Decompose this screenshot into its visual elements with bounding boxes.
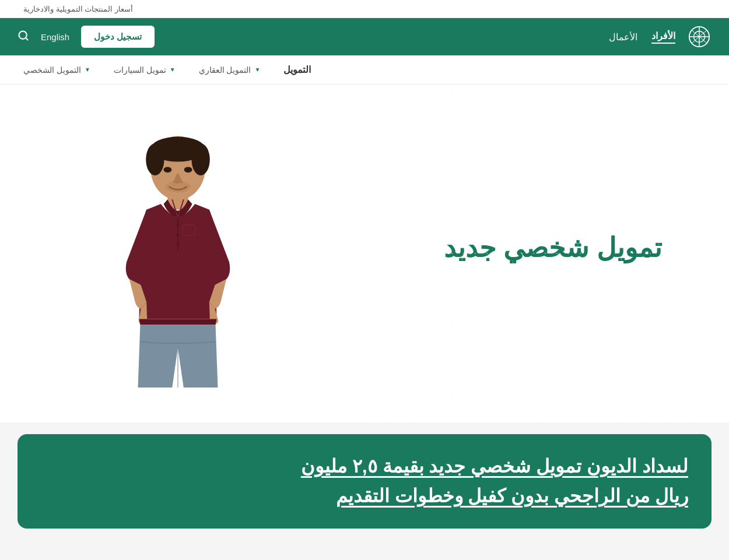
rajhi-logo[interactable] — [687, 24, 712, 49]
svg-point-13 — [164, 167, 172, 172]
language-switcher[interactable]: English — [41, 32, 69, 42]
hero-content: تمويل شخصي جديد — [44, 84, 685, 422]
chevron-down-icon: ▼ — [254, 66, 260, 73]
main-nav: الأفراد الأعمال تسجيل دخول English — [0, 18, 729, 55]
sub-nav-item-personal[interactable]: ▼ التمويل الشخصي — [23, 65, 90, 75]
search-button[interactable] — [17, 30, 29, 44]
nav-links: الأفراد الأعمال — [609, 30, 675, 44]
hero-section: تمويل شخصي جديد — [0, 84, 729, 422]
banner-line2: ريال من الراجحي بدون كفيل وخطوات التقديم — [41, 481, 688, 511]
hero-title: تمويل شخصي جديد — [289, 229, 662, 266]
sub-nav-label-cars: تمويل السيارات — [114, 65, 166, 75]
search-icon — [17, 30, 29, 41]
nav-link-business[interactable]: الأعمال — [609, 31, 637, 43]
banner-text: لسداد الديون تمويل شخصي جديد بقيمة ٢,٥ م… — [41, 452, 688, 511]
banner-section: لسداد الديون تمويل شخصي جديد بقيمة ٢,٥ م… — [17, 434, 712, 529]
login-button[interactable]: تسجيل دخول — [81, 26, 155, 48]
sub-nav-label-personal: التمويل الشخصي — [23, 65, 81, 75]
svg-point-18 — [176, 223, 180, 227]
svg-point-11 — [146, 143, 164, 175]
banner-line1: لسداد الديون تمويل شخصي جديد بقيمة ٢,٥ م… — [41, 452, 688, 481]
svg-point-20 — [176, 243, 180, 246]
svg-point-15 — [165, 181, 190, 193]
svg-point-12 — [191, 143, 209, 175]
logo-icon — [688, 26, 710, 48]
svg-point-14 — [184, 167, 192, 172]
nav-left: تسجيل دخول English — [17, 26, 155, 48]
top-bar: أسعار المنتجات التمويلية والادخارية — [0, 0, 729, 18]
hero-text: تمويل شخصي جديد — [289, 229, 662, 266]
sub-nav-item-real-estate[interactable]: ▼ التمويل العقاري — [199, 65, 261, 75]
sub-nav-item-cars[interactable]: ▼ تمويل السيارات — [114, 65, 176, 75]
nav-link-individuals[interactable]: الأفراد — [651, 30, 675, 44]
sub-nav-title: التمويل — [283, 64, 311, 75]
person-illustration — [96, 125, 260, 388]
sub-nav: التمويل ▼ التمويل العقاري ▼ تمويل السيار… — [0, 55, 729, 84]
svg-point-19 — [176, 233, 180, 237]
top-bar-text: أسعار المنتجات التمويلية والادخارية — [23, 5, 133, 13]
chevron-down-icon-personal: ▼ — [85, 66, 90, 73]
nav-right: الأفراد الأعمال — [609, 24, 712, 49]
person-figure — [90, 119, 265, 388]
sub-nav-label-real-estate: التمويل العقاري — [199, 65, 251, 75]
hero-image — [67, 108, 289, 388]
svg-line-7 — [26, 37, 28, 40]
chevron-down-icon-cars: ▼ — [170, 66, 176, 73]
